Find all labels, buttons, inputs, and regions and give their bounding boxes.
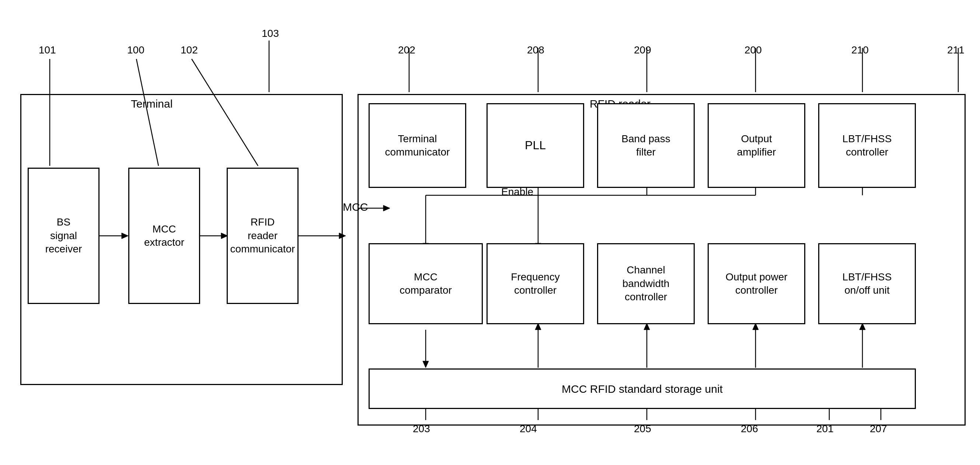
bs-signal-box: BS signal receiver [28,168,100,304]
mcc-extractor-box: MCC extractor [128,168,200,304]
ch-bw-controller-label: Channel bandwidth controller [622,263,670,304]
output-amp-label: Output amplifier [737,132,776,159]
num-103: 103 [262,28,279,40]
num-206: 206 [741,423,758,435]
mcc-comparator-box: MCC comparator [369,243,483,324]
band-pass-label: Band pass filter [621,132,670,159]
rfid-reader-comm-label: RFID reader communicator [230,216,295,256]
num-207: 207 [870,423,887,435]
diagram: Terminal RFID reader BS signal receiver … [0,0,980,465]
terminal-label: Terminal [131,98,172,110]
num-202: 202 [398,44,415,56]
num-100: 100 [127,44,145,56]
mcc-rfid-storage-box: MCC RFID standard storage unit [369,368,916,409]
num-209: 209 [634,44,651,56]
output-amp-box: Output amplifier [708,103,805,188]
num-200: 200 [745,44,762,56]
out-power-ctrl-label: Output power controller [725,270,787,297]
lbt-fhss-onoff-box: LBT/FHSS on/off unit [818,243,916,324]
enable-label: Enable [501,186,533,198]
freq-controller-label: Frequency controller [511,270,560,297]
num-210: 210 [851,44,869,56]
pll-box: PLL [487,103,584,188]
ch-bw-controller-box: Channel bandwidth controller [597,243,695,324]
lbt-fhss-ctrl-label: LBT/FHSS controller [843,132,892,159]
mcc-arrow-label: MCC [343,201,368,213]
num-101: 101 [39,44,56,56]
band-pass-box: Band pass filter [597,103,695,188]
mcc-rfid-storage-label: MCC RFID standard storage unit [562,382,723,396]
lbt-fhss-onoff-label: LBT/FHSS on/off unit [843,270,892,297]
mcc-comparator-label: MCC comparator [399,270,452,297]
rfid-reader-comm-box: RFID reader communicator [227,168,299,304]
terminal-comm-label: Terminal communicator [385,132,450,159]
bs-signal-label: BS signal receiver [45,216,82,256]
num-102: 102 [181,44,198,56]
pll-label: PLL [525,138,546,153]
terminal-comm-box: Terminal communicator [369,103,466,188]
num-205: 205 [634,423,651,435]
num-201: 201 [816,423,834,435]
freq-controller-box: Frequency controller [487,243,584,324]
mcc-extractor-label: MCC extractor [144,222,184,249]
lbt-fhss-ctrl-box: LBT/FHSS controller [818,103,916,188]
out-power-ctrl-box: Output power controller [708,243,805,324]
num-211: 211 [947,44,964,56]
num-203: 203 [413,423,430,435]
num-208: 208 [527,44,544,56]
num-204: 204 [520,423,537,435]
